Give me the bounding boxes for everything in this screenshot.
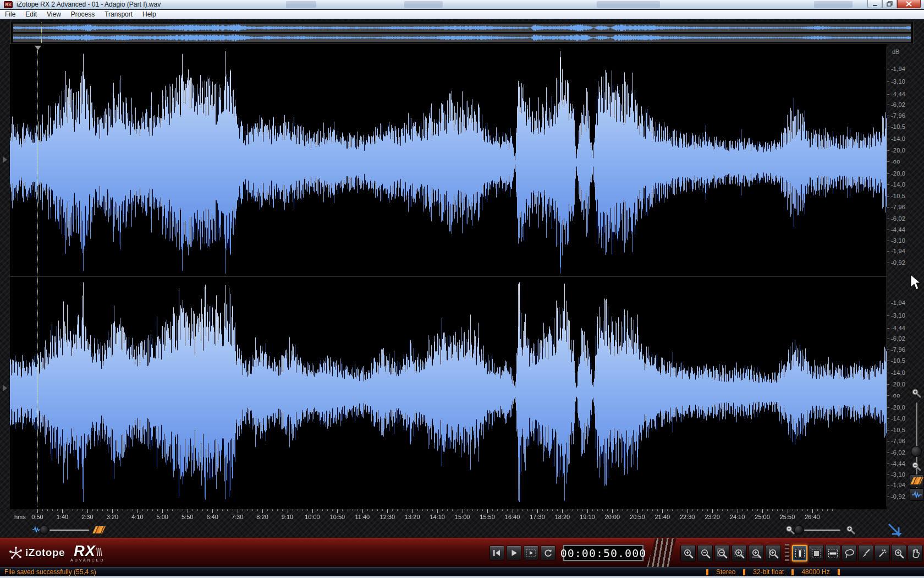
play-icon: [511, 549, 518, 557]
ruler-tick-minor: [397, 509, 398, 511]
time-frequency-selection-tool-button[interactable]: [809, 545, 824, 561]
h-zoom-in-icon[interactable]: [846, 525, 855, 535]
ruler-time-label: 12:30: [380, 514, 395, 520]
vertical-zoom-out-icon[interactable]: [911, 461, 921, 471]
menu-edit[interactable]: Edit: [20, 10, 42, 19]
ruler-tick-minor: [123, 509, 123, 511]
ruler-tick-minor: [152, 509, 153, 511]
ruler-tick-minor: [447, 509, 448, 511]
frequency-selection-tool-button[interactable]: [825, 545, 840, 561]
menu-transport[interactable]: Transport: [100, 10, 138, 19]
h-zoom-out-icon[interactable]: [785, 525, 795, 535]
ruler-tick-minor: [743, 509, 743, 511]
close-button[interactable]: [897, 0, 921, 8]
loop-playback-button[interactable]: [541, 546, 556, 560]
ruler-tick-minor: [782, 509, 783, 511]
ruler-tick-minor: [497, 509, 498, 511]
time-selection-tool-button[interactable]: [792, 545, 807, 561]
background-window-ghost: [404, 1, 443, 8]
ruler-tick-minor: [652, 509, 653, 511]
zoom-in-frequency-button[interactable]: [766, 545, 781, 561]
menu-help[interactable]: Help: [138, 10, 161, 19]
waveform-overview[interactable]: [11, 21, 913, 43]
minimize-button[interactable]: [867, 0, 882, 8]
ruler-time-label: 1:40: [57, 514, 68, 520]
db-unit-label: dB: [892, 48, 899, 55]
waveform-display[interactable]: [10, 44, 887, 509]
zoom-to-selection-button[interactable]: [732, 545, 747, 561]
menu-process[interactable]: Process: [66, 10, 100, 19]
playhead-cursor[interactable]: [37, 47, 38, 506]
ruler-tick-major: [712, 509, 713, 513]
right-rail: [910, 44, 924, 509]
menu-file[interactable]: File: [0, 10, 20, 19]
ruler-tick-minor: [107, 509, 108, 511]
play-selection-icon: [526, 549, 536, 557]
spectrogram-view-button[interactable]: [910, 475, 923, 487]
waveform-view-button[interactable]: [910, 488, 923, 501]
channel2-marker[interactable]: [3, 385, 7, 391]
zoom-in-button[interactable]: [680, 545, 696, 561]
ruler-tick-minor: [348, 509, 348, 511]
db-tick: [887, 350, 889, 350]
h-zoom-slider-track-left[interactable]: [50, 530, 89, 531]
vertical-zoom-in-icon[interactable]: [911, 388, 921, 398]
ruler-tick-minor: [772, 509, 773, 511]
db-label-ch1: -10,5: [891, 193, 905, 199]
zoom-in-time-button[interactable]: [749, 545, 764, 561]
corner-resize-icon[interactable]: [887, 523, 902, 537]
ruler-tick-minor: [42, 509, 43, 511]
ruler-tick-minor: [52, 509, 53, 511]
ruler-tick-major: [762, 509, 763, 513]
zoom-out-full-button[interactable]: [714, 545, 730, 561]
ruler-tick-minor: [817, 509, 818, 511]
ruler-tick-minor: [552, 509, 553, 511]
ruler-time-label: 7:30: [232, 514, 243, 520]
ruler-time-label: 9:10: [282, 514, 293, 520]
h-zoom-slider-track-right[interactable]: [804, 530, 840, 531]
brush-selection-icon: [861, 548, 871, 559]
ruler-tick-major: [662, 509, 663, 513]
ruler-time-label: 25:00: [755, 514, 770, 520]
ruler-tick-minor: [557, 509, 558, 511]
go-to-start-button[interactable]: [490, 546, 504, 560]
left-rail: [0, 44, 10, 509]
menu-view[interactable]: View: [42, 10, 66, 19]
vertical-zoom-slider-knob[interactable]: [911, 446, 922, 457]
db-scale-ruler: dB -1,94-3,10-4,44-6,02-7,96-10,5-14,0-2…: [887, 44, 910, 509]
magic-wand-tool-button[interactable]: [875, 545, 890, 561]
playhead-marker[interactable]: [35, 46, 41, 50]
grab-tool-tool-button[interactable]: [908, 545, 923, 561]
zoom-out-button[interactable]: [697, 545, 713, 561]
brush-selection-tool-button[interactable]: [858, 545, 873, 561]
ruler-time-label: 15:50: [480, 514, 495, 520]
grab-tool-icon: [911, 548, 920, 558]
db-label-ch2: -20,0: [891, 404, 905, 411]
zoom-tool-tool-button[interactable]: [891, 545, 906, 561]
ruler-tick-major: [513, 509, 513, 513]
lasso-selection-tool-button[interactable]: [842, 545, 857, 561]
ruler-time-label: 6:40: [206, 514, 218, 520]
db-tick: [887, 251, 889, 252]
ruler-tick-minor: [248, 509, 248, 511]
overview-canvas[interactable]: [13, 23, 911, 43]
time-ruler: hms 0:501:402:303:204:105:005:506:407:30…: [10, 508, 887, 523]
ruler-tick-minor: [697, 509, 698, 511]
ruler-tick-minor: [607, 509, 608, 511]
h-zoom-slider-knob-right[interactable]: [794, 525, 804, 535]
db-tick: [887, 430, 889, 430]
maximize-button[interactable]: [882, 0, 897, 8]
blend-icon-left[interactable]: [92, 526, 107, 534]
channel1-waveform[interactable]: [10, 47, 887, 278]
channel2-waveform[interactable]: [10, 278, 887, 506]
play-selection-button[interactable]: [524, 546, 538, 560]
zoom-out-full-icon: [717, 548, 728, 559]
channel1-marker[interactable]: [3, 156, 7, 163]
ruler-tick-minor: [752, 509, 753, 511]
ruler-time-label: 14:10: [430, 514, 445, 520]
db-tick: [887, 127, 889, 127]
h-zoom-slider-knob-left[interactable]: [40, 525, 49, 535]
ruler-tick-major: [62, 509, 63, 513]
time-display[interactable]: 00:00:50.000: [563, 545, 644, 561]
play-button[interactable]: [507, 546, 521, 560]
